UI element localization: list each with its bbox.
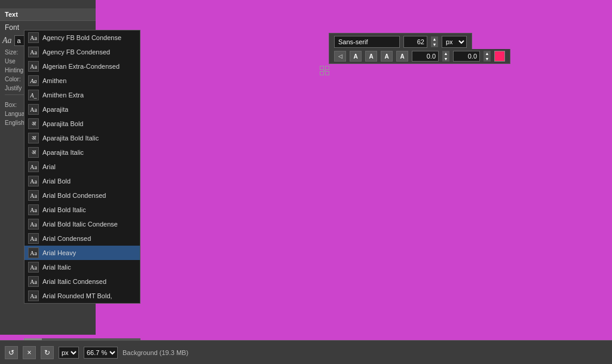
- panel-title-bar: Text: [0, 8, 96, 21]
- font-list-item[interactable]: AaArial Bold Italic Condense: [25, 217, 140, 231]
- text-color-swatch[interactable]: [494, 51, 505, 62]
- font-list-item[interactable]: अAparajita Italic: [25, 145, 140, 160]
- y-spinner: ▲ ▼: [484, 51, 491, 62]
- font-item-icon: अ: [28, 147, 39, 158]
- font-list-item[interactable]: अAparajita Bold: [25, 117, 140, 131]
- size-down-btn[interactable]: ▼: [431, 42, 438, 47]
- font-item-label: Aparajita: [42, 106, 68, 113]
- align-left-btn[interactable]: A: [350, 51, 362, 62]
- font-list-item[interactable]: AaArial Condensed: [25, 231, 140, 246]
- font-item-icon: Aa: [28, 161, 39, 172]
- font-item-label: Aparajita Italic: [42, 149, 84, 156]
- font-item-label: Arial Italic: [42, 264, 71, 271]
- panel-title-text: Text: [5, 11, 18, 18]
- font-item-label: Arial Bold Condensed: [42, 192, 106, 199]
- font-list-item[interactable]: AaArial: [25, 160, 140, 174]
- font-aa-icon: Aa: [2, 36, 12, 45]
- font-list-item[interactable]: AaArial Italic Condensed: [25, 274, 140, 289]
- undo-status-btn[interactable]: ↺: [5, 346, 18, 359]
- font-list-scrollbar-thumb: [24, 338, 42, 340]
- font-list-item[interactable]: AaArial Italic: [25, 260, 140, 274]
- font-item-label: Arial Rounded MT Bold,: [42, 292, 112, 299]
- font-list-item[interactable]: AaArial Bold Condensed: [25, 188, 140, 203]
- font-dropdown-list[interactable]: AaAgency FB Bold CondenseAaAgency FB Con…: [24, 30, 140, 304]
- font-item-icon: Aa: [28, 75, 39, 86]
- status-bar: ↺ × ↻ px pt 66.7 % 100 % 50 % Background…: [0, 340, 612, 364]
- font-name-field[interactable]: [334, 36, 400, 48]
- font-list-item[interactable]: AaArial Bold Italic: [25, 203, 140, 217]
- font-item-icon: अ: [28, 133, 39, 143]
- font-item-icon: Aa: [28, 32, 39, 43]
- y-down-btn[interactable]: ▼: [484, 56, 491, 62]
- cross-bl: [320, 71, 324, 75]
- font-list-scrollbar[interactable]: [24, 338, 140, 340]
- font-item-label: Amithen Extra: [42, 91, 84, 99]
- font-list-item[interactable]: AaAparajita: [25, 102, 140, 117]
- cross-tr: [325, 66, 329, 70]
- cross-br: [325, 71, 329, 75]
- redo-status-btn[interactable]: ↻: [41, 346, 54, 359]
- text-toolbar-row2: ◁ A A A A ▲ ▼ ▲ ▼: [329, 49, 510, 64]
- font-item-label: Arial Condensed: [42, 235, 91, 242]
- font-item-icon: Aa: [28, 104, 39, 115]
- font-item-icon: अ: [28, 118, 39, 129]
- font-item-label: Arial Italic Condensed: [42, 278, 106, 285]
- font-item-icon: A_: [28, 90, 39, 100]
- size-up-btn[interactable]: ▲: [431, 36, 438, 42]
- font-item-icon: Aa: [28, 204, 39, 215]
- font-item-icon: Aa: [28, 176, 39, 186]
- move-cursor-icon: [320, 66, 329, 75]
- font-list-item[interactable]: AaAmithen: [25, 74, 140, 88]
- unit-status-select[interactable]: px pt: [59, 347, 79, 359]
- y-coord-field[interactable]: [453, 51, 480, 62]
- font-item-label: Algerian Extra-Condensed: [42, 63, 120, 70]
- font-item-icon: Aa: [28, 276, 39, 287]
- font-item-icon: Aa: [28, 47, 39, 57]
- font-list-item[interactable]: AaAgency FB Condensed: [25, 45, 140, 59]
- font-item-label: Arial: [42, 163, 56, 170]
- align-justify-btn[interactable]: A: [396, 51, 408, 62]
- size-spinner: ▲ ▼: [431, 36, 438, 47]
- font-list-item[interactable]: AaArial Bold: [25, 174, 140, 188]
- align-center-btn[interactable]: A: [365, 51, 377, 62]
- font-item-label: Aparajita Bold Italic: [42, 134, 99, 142]
- font-item-label: Amithen: [42, 77, 66, 84]
- unit-select[interactable]: px pt em: [442, 36, 467, 48]
- font-item-icon: Aa: [28, 61, 39, 72]
- font-item-label: Arial Bold Italic: [42, 206, 86, 213]
- cross-tl: [320, 66, 324, 70]
- font-list-item[interactable]: AaArial Heavy: [25, 246, 140, 260]
- font-item-label: Agency FB Bold Condense: [42, 34, 121, 41]
- zoom-select[interactable]: 66.7 % 100 % 50 %: [84, 347, 118, 359]
- clear-status-btn[interactable]: ×: [23, 346, 36, 359]
- font-list-item[interactable]: AaAlgerian Extra-Condensed: [25, 59, 140, 74]
- font-item-label: Aparajita Bold: [42, 120, 84, 127]
- font-item-label: Agency FB Condensed: [42, 48, 110, 56]
- font-item-icon: Aa: [28, 233, 39, 244]
- font-item-icon: Aa: [28, 190, 39, 201]
- font-size-field[interactable]: [403, 36, 427, 48]
- x-up-btn[interactable]: ▲: [442, 51, 449, 56]
- x-coord-field[interactable]: [412, 51, 439, 62]
- align-right-btn[interactable]: A: [381, 51, 393, 62]
- file-info: Background (19.3 MB): [123, 349, 188, 356]
- font-item-label: Arial Heavy: [42, 249, 76, 256]
- font-list-item[interactable]: A_Amithen Extra: [25, 88, 140, 102]
- font-item-icon: Aa: [28, 219, 39, 230]
- font-list-item[interactable]: AaAgency FB Bold Condense: [25, 30, 140, 45]
- font-item-icon: Aa: [28, 290, 39, 301]
- text-toolbar-row1: ▲ ▼ px pt em: [329, 33, 472, 51]
- font-item-label: Arial Bold: [42, 178, 71, 185]
- font-list-item[interactable]: अAparajita Bold Italic: [25, 131, 140, 145]
- x-spinner: ▲ ▼: [442, 51, 449, 62]
- x-down-btn[interactable]: ▼: [442, 56, 449, 62]
- y-up-btn[interactable]: ▲: [484, 51, 491, 56]
- font-item-icon: Aa: [28, 262, 39, 273]
- align-cursor-btn[interactable]: ◁: [334, 51, 346, 62]
- font-item-icon: Aa: [28, 247, 39, 258]
- font-list-item[interactable]: AaArial Rounded MT Bold,: [25, 289, 140, 303]
- font-item-label: Arial Bold Italic Condense: [42, 221, 118, 228]
